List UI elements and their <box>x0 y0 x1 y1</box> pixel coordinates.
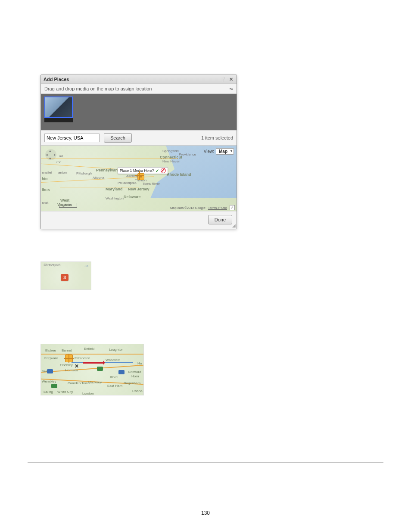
map-label: nd <box>59 154 63 158</box>
help-icon[interactable]: ❔ <box>220 76 226 82</box>
map-label: Edgware <box>44 356 58 360</box>
map-label: Rhode Island <box>167 172 191 177</box>
dialog-footer: Done <box>41 211 237 229</box>
map-label: anst <box>42 201 48 205</box>
map-view-switcher[interactable]: View: Map <box>204 148 234 155</box>
map-label: Washington <box>106 196 124 200</box>
map-attribution: Map data ©2012 Google Terms of Use ⤢ <box>170 205 235 210</box>
dialog-title: Add Places <box>44 77 69 82</box>
list-toggle-icon[interactable]: ▪≡ <box>230 87 233 91</box>
media-drop-marker[interactable] <box>137 173 144 180</box>
map-label: ansfiel <box>42 171 52 174</box>
dialog-titlebar: Add Places ❔ ✕ <box>41 75 237 84</box>
selection-status: 1 item selected <box>201 135 233 140</box>
map-label: hio <box>42 177 48 181</box>
map-label: Ja <box>85 264 88 268</box>
map-label: Springfield <box>162 149 179 153</box>
map-label: Barnet <box>62 348 72 352</box>
map-label: Horn <box>131 374 139 378</box>
map-label: London <box>82 392 94 395</box>
map-label: Pennsylvania <box>96 168 121 172</box>
search-button[interactable]: Search <box>104 133 132 143</box>
map-label: Hackney <box>88 380 102 384</box>
map-label: ibus <box>42 188 50 192</box>
map-label: East Ham <box>107 384 122 388</box>
media-drop-marker[interactable] <box>65 355 73 362</box>
map-label: Toms River <box>143 182 160 186</box>
map-label: Ealing <box>44 390 53 394</box>
map-label: Shreveport <box>44 263 60 267</box>
map-label: ron <box>56 160 62 164</box>
map-label: Elstree <box>45 348 56 352</box>
move-arrow-annotation <box>83 361 107 365</box>
map-label: Ranha <box>132 389 143 393</box>
location-search-input[interactable] <box>44 134 100 142</box>
map-label: White City <box>57 390 73 394</box>
map-label: New Haven <box>162 159 180 163</box>
add-places-dialog: Add Places ❔ ✕ Drag and drop media on th… <box>40 75 237 229</box>
map-pan-zoom-control[interactable]: ▴▾ ◂▸ <box>45 149 56 165</box>
map-label: Romford <box>128 370 141 374</box>
remove-icon[interactable]: ✕ <box>75 363 79 369</box>
map-label: anton <box>58 171 67 174</box>
map-canvas[interactable]: ▴▾ ◂▸ View: Map Pennsylvania Connecticut… <box>41 145 237 211</box>
map-label: Delaware <box>124 195 141 199</box>
close-icon[interactable]: ✕ <box>228 76 234 82</box>
map-label: Woodford <box>106 358 121 362</box>
view-dropdown[interactable]: Map <box>216 148 234 155</box>
map-label: Philadelphia <box>118 181 137 185</box>
done-button[interactable]: Done <box>208 215 232 224</box>
map-label: Ilford <box>110 375 118 379</box>
terms-link[interactable]: Terms of Use <box>208 206 227 210</box>
map-label: Loughton <box>109 348 123 352</box>
map-label: Pittsburgh <box>76 171 92 175</box>
instruction-text: Drag and drop media on the map to assign… <box>44 86 152 91</box>
instruction-row: Drag and drop media on the map to assign… <box>41 84 237 94</box>
resize-handle-icon[interactable]: ◢ <box>232 223 236 228</box>
map-label: Camden Town <box>68 381 90 385</box>
map-label: Edmonton <box>75 356 90 360</box>
confirm-icon[interactable]: ✓ <box>156 168 159 173</box>
fullscreen-icon[interactable]: ⤢ <box>230 205 235 210</box>
map-label: Altoona <box>93 176 104 180</box>
search-row: Search 1 item selected <box>41 130 237 145</box>
map-label: row <box>42 369 47 373</box>
map-label: Finchley <box>60 363 73 367</box>
map-label: Wembley <box>42 380 56 383</box>
media-tray <box>41 94 237 130</box>
map-label: Enfield <box>84 347 94 351</box>
map-label: Dagenham <box>124 381 140 385</box>
map-label: Providence <box>179 152 196 156</box>
map-label: New Jersey <box>128 187 149 191</box>
cluster-pin[interactable]: 3 <box>61 274 68 281</box>
page-number: 130 <box>0 510 411 516</box>
horizontal-rule <box>28 462 383 463</box>
media-thumbnail[interactable] <box>44 96 73 118</box>
cancel-icon[interactable] <box>161 168 166 173</box>
map-label: Maryland <box>106 187 123 191</box>
map-cluster-thumbnail: Shreveport Ja 3 <box>40 261 91 290</box>
map-label: West <box>60 198 69 202</box>
map-scale-label: 100 mi <box>62 203 72 207</box>
map-label: Ha <box>137 361 142 365</box>
map-move-thumbnail: Elstree Barnet Enfield Loughton Edgware … <box>40 344 144 395</box>
